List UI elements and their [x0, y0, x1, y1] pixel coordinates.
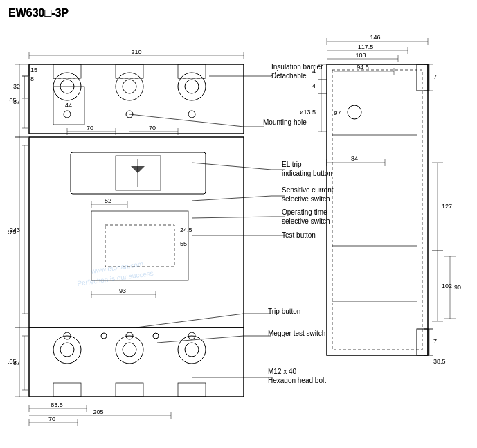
svg-point-180 — [101, 333, 107, 339]
svg-point-136 — [185, 343, 199, 357]
svg-line-166 — [192, 163, 271, 170]
svg-text:90: 90 — [454, 284, 461, 291]
svg-point-31 — [348, 105, 361, 119]
svg-point-181 — [153, 333, 159, 339]
operating-time-label: Operating timeselective switch — [282, 208, 330, 226]
svg-text:103: 103 — [355, 52, 366, 59]
svg-text:70: 70 — [87, 125, 93, 132]
svg-text:52: 52 — [105, 197, 111, 204]
svg-rect-10 — [327, 64, 428, 355]
svg-text:8: 8 — [30, 75, 34, 82]
svg-line-168 — [192, 196, 271, 201]
svg-text:7: 7 — [433, 73, 437, 80]
svg-text:7: 7 — [433, 338, 437, 345]
svg-rect-105 — [29, 137, 244, 328]
svg-rect-137 — [53, 383, 81, 397]
svg-text:4: 4 — [312, 82, 316, 89]
svg-line-170 — [192, 217, 271, 218]
svg-text:87: 87 — [13, 98, 20, 105]
svg-text:205: 205 — [93, 409, 103, 415]
svg-rect-107 — [116, 156, 161, 190]
svg-point-134 — [60, 343, 74, 357]
svg-line-174 — [136, 314, 244, 328]
svg-rect-106 — [71, 152, 206, 194]
svg-text:24.5: 24.5 — [180, 226, 192, 233]
svg-text:38.5: 38.5 — [433, 358, 446, 365]
sensitive-current-label: Sensitive currentselective switch — [282, 186, 333, 204]
svg-rect-71 — [53, 64, 81, 78]
svg-line-176 — [157, 336, 244, 343]
svg-marker-109 — [131, 166, 145, 173]
svg-text:ø7: ø7 — [334, 109, 341, 116]
svg-rect-72 — [116, 64, 143, 78]
svg-point-66 — [123, 80, 136, 93]
svg-point-64 — [178, 73, 206, 100]
svg-line-164 — [129, 114, 244, 127]
el-trip-label: EL tripindicating button — [282, 160, 332, 178]
test-button-label: Test button — [282, 231, 316, 240]
svg-text:83.5: 83.5 — [51, 402, 63, 409]
svg-text:127: 127 — [442, 203, 452, 210]
svg-rect-138 — [116, 383, 143, 397]
svg-point-131 — [53, 336, 81, 364]
svg-text:Perfection is our success: Perfection is our success — [77, 269, 154, 287]
insulation-barrier-label: Insulation barrierDetachable — [271, 62, 323, 80]
diagram-area: .dim { font-size: 9px; fill: #000; font-… — [8, 24, 472, 440]
hexagon-bolt-label: M12 x 40Hexagon head bolt — [268, 367, 326, 385]
svg-point-63 — [116, 73, 143, 100]
svg-rect-139 — [178, 383, 206, 397]
svg-text:55: 55 — [180, 240, 187, 247]
technical-drawing: .dim { font-size: 9px; fill: #000; font-… — [8, 24, 472, 440]
svg-text:32: 32 — [13, 83, 20, 90]
mounting-hole-label: Mounting hole — [263, 118, 307, 127]
svg-rect-73 — [178, 64, 206, 78]
svg-point-67 — [185, 80, 199, 93]
svg-text:117.5: 117.5 — [358, 44, 374, 51]
svg-rect-41 — [417, 329, 428, 355]
trip-button-label: Trip button — [268, 307, 300, 316]
svg-text:44: 44 — [65, 102, 72, 109]
svg-text:84: 84 — [351, 155, 358, 162]
svg-point-68 — [64, 111, 71, 118]
page-container: EW630□-3P .dim { font-size: 9px; fill: #… — [0, 0, 477, 448]
svg-text:210: 210 — [131, 48, 141, 55]
svg-text:70: 70 — [149, 125, 156, 132]
svg-text:93: 93 — [119, 287, 126, 294]
svg-text:146: 146 — [370, 34, 380, 41]
svg-text:15: 15 — [30, 66, 37, 73]
svg-rect-11 — [332, 70, 422, 350]
svg-text:94.5: 94.5 — [357, 64, 369, 71]
svg-point-70 — [188, 111, 195, 118]
svg-text:102: 102 — [442, 283, 452, 289]
svg-point-132 — [116, 336, 143, 364]
diagram-title: EW630□-3P — [8, 7, 69, 19]
svg-point-135 — [123, 343, 136, 357]
megger-test-label: Megger test switch — [268, 329, 325, 338]
svg-text:70: 70 — [48, 415, 55, 422]
svg-text:243: 243 — [10, 226, 20, 233]
svg-text:ø13.5: ø13.5 — [300, 109, 316, 116]
svg-text:87: 87 — [13, 359, 20, 366]
